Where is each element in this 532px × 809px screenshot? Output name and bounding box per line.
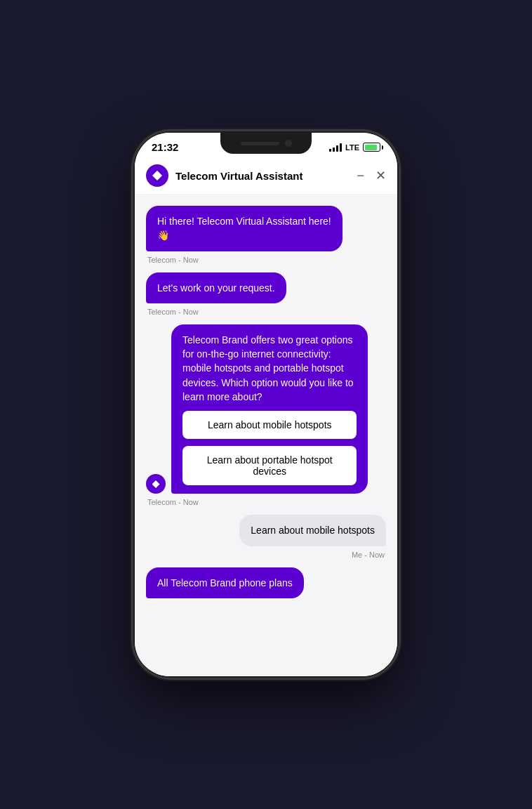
- bot-message-3: Telecom Brand offers two great options f…: [171, 324, 368, 494]
- timestamp-2: Telecom - Now: [147, 308, 199, 316]
- header-left: Telecom Virtual Assistant: [146, 164, 302, 187]
- bot-avatar: [146, 474, 166, 494]
- status-icons: LTE: [329, 143, 380, 152]
- signal-icon: [329, 143, 342, 152]
- battery-icon: [363, 143, 380, 152]
- timestamp-3: Telecom - Now: [147, 498, 199, 506]
- close-button[interactable]: ✕: [375, 169, 386, 182]
- battery-fill: [365, 145, 377, 150]
- notch: [220, 133, 312, 154]
- bot-message-2: Let's work on your request.: [146, 272, 286, 303]
- camera: [285, 140, 292, 147]
- timestamp-4: Me - Now: [352, 551, 385, 559]
- chat-header: Telecom Virtual Assistant − ✕: [135, 157, 397, 195]
- bot-avatar-diamond: [152, 480, 160, 488]
- chat-title: Telecom Virtual Assistant: [175, 170, 302, 182]
- bot-message-3-row: Telecom Brand offers two great options f…: [146, 324, 386, 494]
- phone-frame: 21:32 LTE Telecom Virtual A: [133, 131, 399, 678]
- bot-message-partial: All Telecom Brand phone plans: [146, 567, 304, 598]
- option-button-hotspots[interactable]: Learn about mobile hotspots: [182, 411, 357, 439]
- user-message-1: Learn about mobile hotspots: [239, 515, 386, 546]
- speaker: [241, 142, 279, 145]
- lte-label: LTE: [345, 143, 359, 152]
- header-actions: − ✕: [357, 169, 386, 182]
- status-time: 21:32: [152, 141, 178, 153]
- brand-diamond: [152, 171, 162, 180]
- timestamp-1: Telecom - Now: [147, 256, 199, 264]
- bot-message-1: Hi there! Telecom Virtual Assistant here…: [146, 206, 343, 251]
- minimize-button[interactable]: −: [357, 169, 364, 182]
- phone-screen: 21:32 LTE Telecom Virtual A: [135, 133, 397, 676]
- chat-area: Hi there! Telecom Virtual Assistant here…: [135, 195, 397, 676]
- option-button-portable[interactable]: Learn about portable hotspot devices: [182, 446, 357, 485]
- brand-logo: [146, 164, 168, 187]
